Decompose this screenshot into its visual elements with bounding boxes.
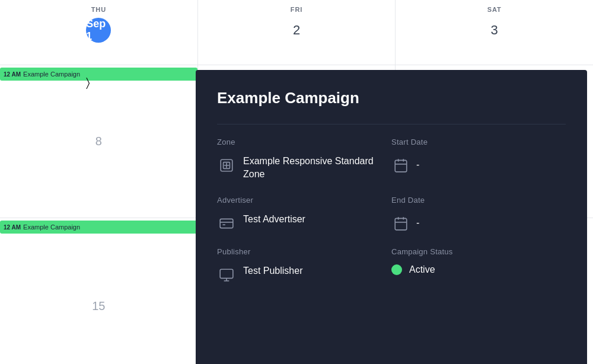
panel-divider	[217, 124, 566, 124]
day-name-sat: SAT	[487, 6, 502, 13]
advertiser-value-container: Test Advertiser	[217, 213, 391, 233]
advertiser-section: Advertiser Test Advertiser	[217, 196, 391, 247]
start-date-calendar-icon	[393, 158, 409, 173]
day-header-sat: SAT 3	[396, 0, 593, 65]
advertiser-icon	[217, 214, 236, 233]
publisher-label: Publisher	[217, 247, 391, 256]
day-number-sat[interactable]: 3	[482, 18, 507, 43]
campaign-status-value: Active	[409, 264, 435, 275]
campaign-detail-panel: Example Campaign Zone Example Responsive…	[196, 70, 587, 364]
event-title-1: Example Campaign	[23, 71, 80, 78]
end-date-value-container: -	[391, 213, 566, 233]
end-date-icon	[391, 214, 410, 233]
day-header-fri: FRI 2	[198, 0, 396, 65]
event-time-1: 12 AM	[4, 71, 21, 78]
calendar-container: THU Sep 1 12 AM Example Campaign 8 12 AM…	[0, 0, 593, 364]
start-date-label: Start Date	[391, 138, 566, 146]
zone-section: Zone Example Responsive Standard Zone	[217, 138, 391, 196]
svg-rect-9	[395, 218, 407, 230]
svg-rect-2	[395, 160, 407, 172]
zone-icon	[217, 156, 236, 175]
day-bottom-number-thu[interactable]: 15	[86, 293, 111, 318]
status-dot-active	[391, 264, 402, 275]
panel-title: Example Campaign	[217, 89, 566, 107]
day-name-thu: THU	[91, 6, 106, 13]
day-name-fri: FRI	[291, 6, 302, 13]
day-col-thu: THU Sep 1 12 AM Example Campaign 8 12 AM…	[0, 0, 198, 364]
start-date-icon	[391, 156, 410, 175]
campaign-status-section: Campaign Status Active	[391, 247, 566, 299]
day-number-fri[interactable]: 2	[284, 18, 309, 43]
zone-value: Example Responsive Standard Zone	[243, 155, 391, 181]
advertiser-value: Test Advertiser	[243, 213, 305, 226]
day-number-thu[interactable]: Sep 1	[86, 18, 111, 43]
publisher-value-container: Test Publisher	[217, 264, 391, 285]
campaign-status-label: Campaign Status	[391, 247, 566, 256]
event-title-2: Example Campaign	[23, 223, 80, 231]
zone-value-container: Example Responsive Standard Zone	[217, 155, 391, 181]
end-date-section: End Date -	[391, 196, 566, 247]
svg-rect-13	[220, 269, 233, 278]
day-header-thu: THU Sep 1	[0, 0, 197, 65]
end-date-value: -	[416, 218, 419, 228]
publisher-value: Test Publisher	[243, 264, 303, 277]
zone-label: Zone	[217, 138, 391, 146]
day-body-thu-bottom: 12 AM Example Campaign 15	[0, 218, 197, 364]
advertiser-svg-icon	[219, 216, 234, 231]
start-date-section: Start Date -	[391, 138, 566, 196]
panel-grid: Zone Example Responsive Standard Zone St…	[217, 138, 566, 299]
zone-svg-icon	[219, 158, 234, 173]
start-date-value-container: -	[391, 155, 566, 175]
day-mid-number-thu[interactable]: 8	[86, 129, 111, 154]
start-date-value: -	[416, 159, 419, 170]
event-time-2: 12 AM	[4, 224, 21, 231]
end-date-label: End Date	[391, 196, 566, 205]
svg-rect-6	[220, 219, 233, 228]
publisher-section: Publisher Test Publisher	[217, 247, 391, 299]
end-date-calendar-icon	[393, 216, 409, 231]
advertiser-label: Advertiser	[217, 196, 391, 205]
event-bar-thu-2[interactable]: 12 AM Example Campaign	[0, 221, 197, 234]
publisher-icon	[217, 266, 236, 285]
publisher-svg-icon	[219, 267, 234, 283]
campaign-status-value-container: Active	[391, 264, 566, 275]
event-bar-thu-1[interactable]: 12 AM Example Campaign	[0, 68, 197, 81]
day-body-thu-mid: 12 AM Example Campaign 8	[0, 65, 197, 218]
